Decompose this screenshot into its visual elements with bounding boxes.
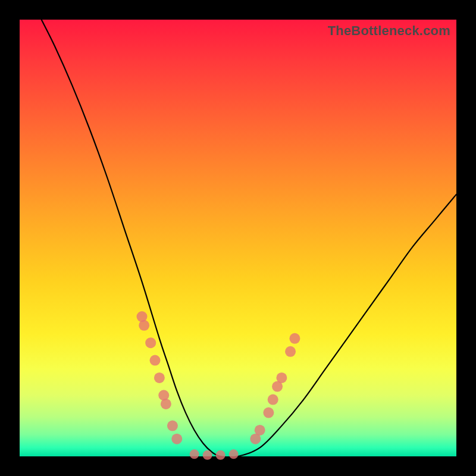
data-marker	[161, 399, 171, 409]
data-marker	[171, 434, 182, 444]
plot-area: TheBottleneck.com	[20, 20, 456, 456]
data-marker	[285, 346, 296, 357]
right-markers-group	[250, 333, 300, 444]
data-marker	[154, 372, 165, 383]
data-marker	[150, 355, 161, 366]
data-marker	[190, 449, 199, 459]
data-marker	[255, 425, 265, 436]
chart-svg	[20, 20, 456, 456]
data-marker	[167, 421, 178, 431]
chart-stage: TheBottleneck.com	[0, 0, 476, 476]
data-marker	[145, 337, 156, 348]
data-marker	[276, 372, 287, 383]
data-marker	[203, 450, 212, 460]
data-marker	[268, 394, 278, 405]
data-marker	[229, 449, 239, 459]
valley-markers-group	[190, 449, 239, 459]
data-marker	[139, 320, 149, 331]
data-marker	[263, 408, 274, 418]
left-markers-group	[137, 311, 183, 444]
data-marker	[289, 333, 300, 344]
bottleneck-curve-path	[42, 20, 456, 457]
data-marker	[216, 450, 226, 460]
